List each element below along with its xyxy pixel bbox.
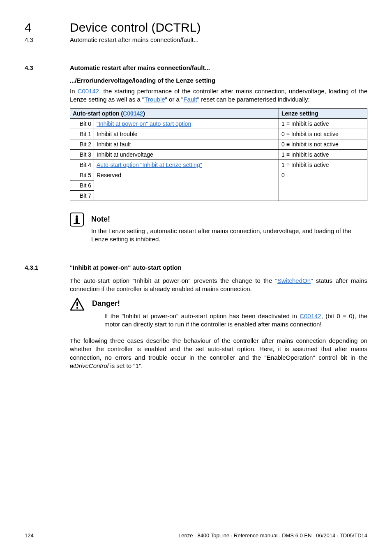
- danger-title: Danger!: [92, 299, 367, 308]
- page-number: 124: [25, 532, 34, 539]
- link-inhibit-lenze[interactable]: Auto-start option "Inhibit at Lenze sett…: [97, 162, 202, 168]
- table-row: Bit 3 Inhibit at undervoltage 1 ≡ Inhibi…: [70, 149, 367, 160]
- link-inhibit-poweron[interactable]: "Inhibit at power-on" auto-start option: [97, 120, 191, 127]
- note-title: Note!: [91, 215, 365, 224]
- auto-start-table: Auto-start option (C00142) Lenze setting…: [70, 108, 367, 201]
- note-text: In the Lenze setting , automatic restart…: [91, 227, 365, 244]
- section-number: 4.3: [25, 36, 70, 43]
- link-trouble[interactable]: Trouble: [144, 96, 165, 103]
- table-row: Bit 0 "Inhibit at power-on" auto-start o…: [70, 118, 367, 129]
- para-431: The auto-start option "Inhibit at power-…: [70, 277, 367, 294]
- heading-title-431: "Inhibit at power-on" auto-start option: [70, 264, 182, 271]
- link-fault[interactable]: Fault: [183, 96, 197, 103]
- link-c00142-th[interactable]: C00142: [123, 110, 143, 117]
- th-lenze: Lenze setting: [279, 108, 367, 118]
- table-row: Bit 1 Inhibit at trouble 0 ≡ Inhibit is …: [70, 129, 367, 139]
- link-c00142-danger[interactable]: C00142: [300, 312, 321, 319]
- sub-heading: .../Error/undervoltage/loading of the Le…: [70, 77, 367, 84]
- chapter-number: 4: [25, 21, 70, 35]
- closing-paragraph: The following three cases describe the b…: [70, 337, 367, 370]
- svg-rect-2: [76, 307, 78, 309]
- heading-title-43: Automatic restart after mains connection…: [70, 64, 210, 71]
- chapter-title: Device control (DCTRL): [70, 21, 201, 35]
- link-switchedon[interactable]: SwitchedOn: [277, 277, 311, 284]
- heading-number-431: 4.3.1: [25, 264, 70, 271]
- warning-icon: [70, 298, 85, 311]
- table-row: Bit 4 Auto-start option "Inhibit at Lenz…: [70, 160, 367, 170]
- svg-rect-1: [76, 302, 78, 306]
- table-row: Bit 2 Inhibit at fault 0 ≡ Inhibit is no…: [70, 139, 367, 149]
- danger-block: Danger! If the "Inhibit at power-on" aut…: [70, 298, 367, 329]
- link-c00142[interactable]: C00142: [78, 88, 99, 95]
- footer-meta: Lenze · 8400 TopLine · Reference manual …: [178, 532, 367, 539]
- section-title: Automatic restart after mains connection…: [70, 36, 198, 43]
- divider: [25, 54, 367, 54]
- note-block: Note! In the Lenze setting , automatic r…: [70, 213, 367, 244]
- heading-number-43: 4.3: [25, 64, 70, 71]
- info-icon: [70, 213, 84, 227]
- intro-paragraph: In C00142, the starting performance of t…: [70, 87, 367, 104]
- danger-text: If the "Inhibit at power-on" auto-start …: [104, 312, 367, 329]
- th-auto-start: Auto-start option (C00142): [70, 108, 279, 118]
- table-row: Bit 5 Reserved 0: [70, 170, 367, 180]
